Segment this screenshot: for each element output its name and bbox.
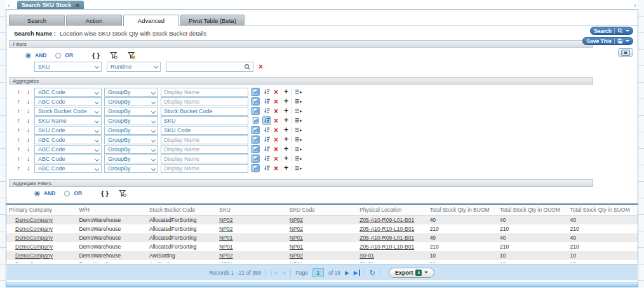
view-tab[interactable]: Pivot Table (Beta) (180, 15, 245, 25)
display-name-input[interactable] (161, 116, 248, 125)
aggregate-field-select[interactable]: SKU Name (34, 116, 102, 125)
page-number-input[interactable] (312, 268, 324, 277)
filter-value-input[interactable] (166, 64, 244, 70)
primary-company-link[interactable]: DemoCompany (15, 252, 53, 259)
sort-ascending-button[interactable] (251, 164, 260, 172)
move-down-button[interactable]: ↓ (25, 127, 32, 134)
aggregate-operation-select[interactable]: GroupBy (104, 116, 158, 125)
move-down-button[interactable]: ↓ (25, 107, 32, 114)
aggregate-field-select[interactable]: ABC Code (34, 145, 102, 154)
display-name-input[interactable] (161, 164, 248, 173)
sort-descending-button[interactable] (262, 154, 271, 163)
sort-ascending-button[interactable] (251, 135, 260, 144)
aggregate-filters-or-radio[interactable] (64, 191, 70, 196)
sort-descending-button[interactable] (262, 145, 271, 153)
column-header[interactable]: Total Stock Qty in OUOM (497, 205, 567, 216)
sort-descending-button[interactable] (262, 126, 271, 134)
move-down-button[interactable]: ↓ (25, 88, 32, 95)
sort-descending-button[interactable] (262, 97, 271, 106)
sort-ascending-button[interactable] (251, 145, 260, 153)
add-multiple-button[interactable] (294, 154, 303, 163)
next-page-button[interactable]: ▶ (345, 270, 349, 276)
column-header[interactable]: Stock Bucket Code (147, 205, 217, 216)
sort-descending-button[interactable] (262, 88, 271, 96)
add-multiple-button[interactable] (294, 135, 303, 144)
remove-aggregate-button[interactable]: × (274, 88, 278, 96)
add-aggregate-button[interactable]: + (284, 127, 288, 134)
move-down-button[interactable]: ↓ (25, 98, 32, 105)
sort-ascending-button[interactable] (251, 154, 260, 163)
group-braces-icon[interactable]: { } (101, 189, 109, 197)
column-header[interactable]: W/H (76, 205, 146, 216)
close-icon[interactable]: × (76, 3, 79, 8)
sort-descending-button[interactable] (262, 107, 271, 115)
last-page-button[interactable]: ▶ (354, 270, 360, 276)
remove-aggregate-button[interactable]: × (274, 165, 278, 172)
sku-link[interactable]: NP01 (219, 261, 232, 263)
physical-location-link[interactable]: Z05-A10-R10-L10-B01 (359, 243, 414, 250)
aggregate-field-select[interactable]: SKU Code (34, 126, 102, 135)
add-aggregate-button[interactable]: + (284, 165, 288, 172)
sku-code-link[interactable]: NP01 (290, 261, 303, 263)
filter-operator-select[interactable]: Runtime (107, 62, 161, 72)
aggregate-operation-select[interactable]: GroupBy (104, 145, 158, 154)
move-down-button[interactable]: ↓ (25, 165, 32, 172)
aggregate-field-select[interactable]: ABC Code (34, 154, 102, 163)
primary-company-link[interactable]: DemoCompany (15, 235, 53, 241)
move-up-button[interactable]: ↑ (15, 165, 22, 172)
display-name-input[interactable] (161, 107, 248, 116)
filters-section-header[interactable]: Filters (9, 40, 593, 48)
column-header[interactable]: Total Stock Qty in SUOM (568, 205, 638, 216)
display-name-input[interactable] (161, 154, 248, 163)
primary-company-link[interactable]: DemoCompany (15, 226, 53, 232)
aggregate-operation-select[interactable]: GroupBy (104, 135, 158, 144)
physical-location-link[interactable]: Z05-A10-R09-L01-B01 (359, 217, 414, 223)
add-aggregate-button[interactable]: + (284, 155, 288, 162)
add-multiple-button[interactable] (294, 126, 303, 134)
move-up-button[interactable]: ↑ (15, 155, 22, 162)
aggregate-operation-select[interactable]: GroupBy (104, 97, 158, 106)
aggregate-operation-select[interactable]: GroupBy (104, 154, 158, 163)
view-tab[interactable]: Action (66, 15, 122, 25)
add-multiple-button[interactable] (294, 97, 303, 106)
sku-link[interactable]: NP01 (219, 243, 232, 250)
lookup-icon[interactable] (244, 64, 251, 71)
add-aggregate-button[interactable]: + (284, 136, 288, 143)
aggregate-operation-select[interactable]: GroupBy (104, 88, 158, 97)
remove-aggregate-button[interactable]: × (274, 136, 278, 144)
view-tab[interactable]: Search (9, 15, 65, 25)
add-multiple-button[interactable] (294, 88, 303, 96)
sort-descending-button[interactable] (262, 116, 271, 125)
add-aggregate-button[interactable]: + (284, 98, 288, 105)
aggregate-field-select[interactable]: ABC Code (34, 97, 102, 106)
primary-company-link[interactable]: DemoCompany (15, 261, 53, 263)
export-button[interactable]: Export x (389, 268, 435, 278)
caret-down-icon[interactable] (626, 30, 629, 32)
display-name-input[interactable] (161, 88, 248, 97)
display-name-input[interactable] (161, 135, 248, 144)
aggregate-filters-section-header[interactable]: Aggregate Filters (9, 179, 593, 187)
add-aggregate-button[interactable]: + (284, 107, 288, 114)
column-header[interactable]: SKU Code (287, 205, 357, 216)
aggregate-operation-select[interactable]: GroupBy (104, 164, 158, 173)
remove-aggregate-button[interactable]: × (274, 146, 278, 153)
sku-link[interactable]: NP02 (219, 226, 232, 232)
primary-company-link[interactable]: DemoCompany (15, 217, 53, 223)
first-page-button[interactable]: ◀ (271, 270, 277, 276)
sort-ascending-button[interactable] (251, 88, 260, 96)
aggregates-section-header[interactable]: Aggregates (9, 77, 593, 85)
remove-aggregate-button[interactable]: × (274, 98, 278, 106)
add-multiple-button[interactable] (294, 116, 303, 125)
filter-settings-icon[interactable] (119, 189, 126, 197)
move-down-button[interactable]: ↓ (25, 136, 32, 143)
caret-down-icon[interactable] (626, 40, 629, 42)
column-header[interactable]: Primary Company (6, 205, 76, 216)
sku-link[interactable]: NP02 (219, 217, 232, 223)
sku-code-link[interactable]: NP02 (290, 252, 303, 259)
filter-settings-icon[interactable] (110, 51, 117, 59)
display-name-input[interactable] (161, 97, 248, 106)
clear-filter-icon[interactable] (128, 51, 135, 59)
move-up-button[interactable]: ↑ (15, 146, 22, 153)
remove-aggregate-button[interactable]: × (274, 127, 278, 134)
sku-code-link[interactable]: NP01 (290, 235, 303, 241)
